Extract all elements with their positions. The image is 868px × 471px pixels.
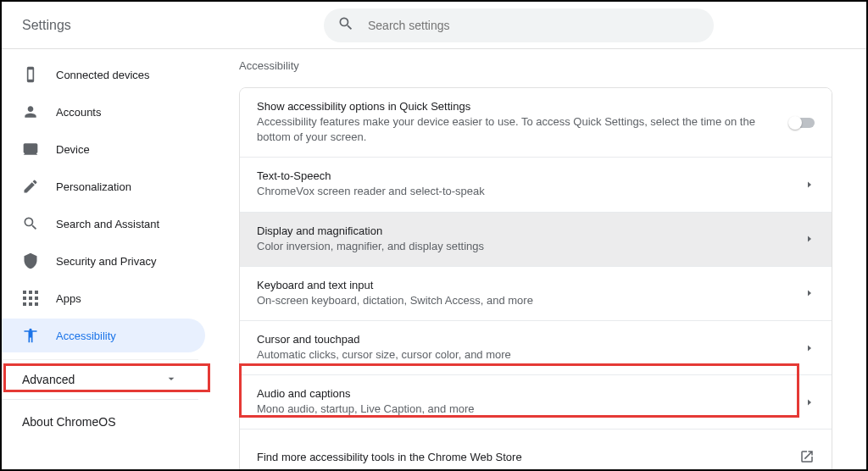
laptop-icon: [22, 141, 39, 158]
row-title: Display and magnification: [257, 224, 791, 237]
sidebar-item-label: Personalization: [56, 180, 131, 193]
sidebar-item-apps[interactable]: Apps: [2, 281, 205, 315]
chevron-right-icon: [804, 397, 815, 407]
chevron-right-icon: [804, 180, 815, 190]
row-title: Cursor and touchpad: [257, 333, 791, 346]
search-icon: [22, 215, 39, 232]
main-content: Accessibility Show accessibility options…: [212, 49, 866, 469]
sidebar-item-security-privacy[interactable]: Security and Privacy: [2, 244, 205, 278]
row-desc: Mono audio, startup, Live Caption, and m…: [257, 402, 791, 417]
external-link-icon: [799, 449, 815, 464]
sidebar-item-device[interactable]: Device: [2, 132, 205, 166]
sidebar-item-label: Accessibility: [56, 330, 116, 342]
search-input[interactable]: [368, 19, 700, 32]
sidebar-item-connected-devices[interactable]: Connected devices: [2, 58, 205, 91]
about-label: About ChromeOS: [22, 415, 116, 429]
accessibility-icon: [22, 327, 39, 344]
sidebar-item-accessibility[interactable]: Accessibility: [2, 319, 205, 352]
sidebar-item-personalization[interactable]: Personalization: [2, 169, 205, 203]
page-title: Accessibility: [239, 59, 832, 72]
row-quick-settings-toggle[interactable]: Show accessibility options in Quick Sett…: [240, 88, 832, 158]
search-icon: [337, 15, 354, 35]
sidebar-item-label: Security and Privacy: [56, 255, 157, 268]
sidebar-advanced[interactable]: Advanced: [2, 359, 198, 400]
sidebar-item-label: Search and Assistant: [56, 218, 159, 230]
header: Settings: [2, 2, 866, 49]
sidebar-item-label: Accounts: [56, 106, 101, 119]
advanced-label: Advanced: [22, 373, 75, 386]
chevron-down-icon: [164, 372, 178, 388]
row-text-to-speech[interactable]: Text-to-Speech ChromeVox screen reader a…: [240, 158, 832, 212]
apps-icon: [22, 290, 39, 307]
row-desc: Accessibility features make your device …: [257, 114, 776, 145]
search-bar[interactable]: [324, 8, 714, 42]
row-title: Text-to-Speech: [257, 169, 791, 182]
person-icon: [22, 103, 39, 120]
settings-card: Show accessibility options in Quick Sett…: [239, 87, 832, 469]
toggle-off[interactable]: [789, 118, 815, 128]
row-title: Audio and captions: [257, 387, 791, 400]
sidebar-about[interactable]: About ChromeOS: [2, 400, 212, 444]
chevron-right-icon: [804, 288, 815, 298]
sidebar-item-label: Device: [56, 143, 90, 156]
shield-icon: [22, 252, 39, 269]
row-title: Find more accessibility tools in the Chr…: [257, 451, 786, 463]
sidebar-item-label: Apps: [56, 292, 81, 305]
row-display-magnification[interactable]: Display and magnification Color inversio…: [240, 213, 832, 267]
sidebar: Connected devices Accounts Device Person…: [2, 49, 212, 469]
sidebar-item-accounts[interactable]: Accounts: [2, 95, 205, 129]
sidebar-item-search-assistant[interactable]: Search and Assistant: [2, 207, 205, 241]
app-title: Settings: [22, 18, 71, 33]
row-desc: Automatic clicks, cursor size, cursor co…: [257, 347, 791, 363]
row-cursor-touchpad[interactable]: Cursor and touchpad Automatic clicks, cu…: [240, 321, 832, 375]
row-web-store-link[interactable]: Find more accessibility tools in the Chr…: [240, 429, 832, 469]
chevron-right-icon: [804, 343, 815, 353]
row-desc: Color inversion, magnifier, and display …: [257, 239, 791, 254]
row-desc: On-screen keyboard, dictation, Switch Ac…: [257, 293, 791, 308]
row-keyboard-text-input[interactable]: Keyboard and text input On-screen keyboa…: [240, 267, 832, 321]
row-title: Keyboard and text input: [257, 279, 791, 291]
edit-icon: [22, 178, 39, 195]
chevron-right-icon: [804, 234, 815, 244]
row-audio-captions[interactable]: Audio and captions Mono audio, startup, …: [240, 375, 832, 429]
row-title: Show accessibility options in Quick Sett…: [257, 100, 776, 113]
sidebar-item-label: Connected devices: [56, 69, 150, 81]
row-desc: ChromeVox screen reader and select-to-sp…: [257, 184, 791, 199]
phone-icon: [22, 66, 39, 83]
